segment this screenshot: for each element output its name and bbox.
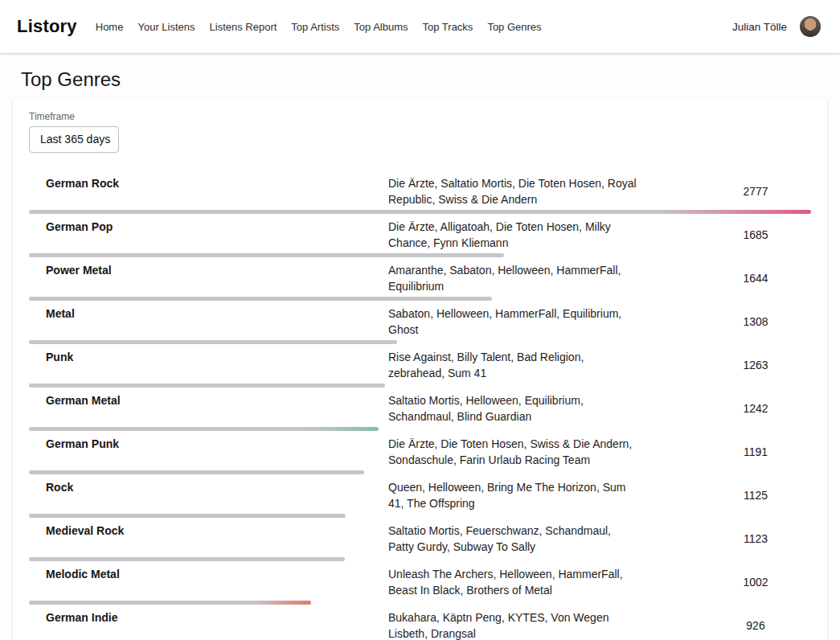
genre-name: German Punk bbox=[29, 436, 388, 452]
genre-row: Rock Queen, Helloween, Bring Me The Hori… bbox=[29, 474, 811, 518]
genre-row: German Indie Bukahara, Käptn Peng, KYTES… bbox=[29, 605, 811, 640]
genre-artists: Saltatio Mortis, Feuerschwanz, Schandmau… bbox=[388, 523, 700, 555]
genre-artists: Queen, Helloween, Bring Me The Horizon, … bbox=[388, 479, 700, 511]
genre-row: German Metal Saltatio Mortis, Helloween,… bbox=[29, 388, 811, 431]
timeframe-label: Timeframe bbox=[29, 111, 811, 123]
genre-row: German Rock Die Ärzte, Saltatio Mortis, … bbox=[29, 170, 811, 214]
genre-count: 1125 bbox=[700, 489, 811, 502]
app-logo[interactable]: Listory bbox=[17, 16, 77, 37]
genre-artists: Die Ärzte, Alligatoah, Die Toten Hosen, … bbox=[388, 219, 700, 251]
top-genres-card: Timeframe Last 365 days German Rock Die … bbox=[13, 98, 827, 640]
genre-count: 1002 bbox=[700, 576, 811, 589]
genre-count: 926 bbox=[700, 619, 811, 632]
genre-count: 1644 bbox=[700, 272, 811, 285]
timeframe-filter: Timeframe Last 365 days bbox=[29, 111, 811, 153]
genre-name: Metal bbox=[29, 306, 388, 322]
main-content: Top Genres Timeframe Last 365 days Germa… bbox=[0, 53, 840, 640]
nav-link-home[interactable]: Home bbox=[96, 21, 124, 33]
genre-artists: Saltatio Mortis, Helloween, Equilibrium,… bbox=[388, 392, 700, 425]
genre-artists: Die Ärzte, Saltatio Mortis, Die Toten Ho… bbox=[388, 175, 700, 207]
genre-count: 1242 bbox=[700, 402, 811, 415]
user-name: Julian Tölle bbox=[732, 21, 787, 33]
genre-name: Rock bbox=[29, 479, 388, 495]
genre-row: German Punk Die Ärzte, Die Toten Hosen, … bbox=[29, 431, 811, 474]
genre-name: German Indie bbox=[29, 609, 388, 626]
genre-count: 1191 bbox=[700, 445, 811, 458]
genre-row: German Pop Die Ärzte, Alligatoah, Die To… bbox=[29, 214, 811, 257]
genre-name: Medieval Rock bbox=[29, 523, 388, 539]
nav-link-listens-report[interactable]: Listens Report bbox=[210, 21, 277, 33]
genre-name: Melodic Metal bbox=[29, 566, 388, 582]
genre-name: Punk bbox=[29, 349, 388, 365]
genre-row: Punk Rise Against, Billy Talent, Bad Rel… bbox=[29, 344, 811, 388]
genre-row: Medieval Rock Saltatio Mortis, Feuerschw… bbox=[29, 518, 811, 561]
main-nav: HomeYour ListensListens ReportTop Artist… bbox=[96, 21, 732, 33]
genre-artists: Bukahara, Käptn Peng, KYTES, Von Wegen L… bbox=[388, 609, 700, 640]
genre-count: 1308 bbox=[700, 315, 811, 328]
genre-count: 1123 bbox=[700, 532, 811, 545]
genre-list: German Rock Die Ärzte, Saltatio Mortis, … bbox=[29, 170, 811, 640]
user-avatar[interactable] bbox=[800, 16, 821, 37]
genre-name: German Metal bbox=[29, 392, 388, 408]
nav-link-top-genres[interactable]: Top Genres bbox=[487, 21, 541, 33]
genre-artists: Sabaton, Helloween, HammerFall, Equilibr… bbox=[388, 306, 700, 338]
timeframe-select[interactable]: Last 365 days bbox=[29, 126, 119, 153]
genre-count: 1685 bbox=[700, 228, 811, 241]
genre-artists: Unleash The Archers, Helloween, HammerFa… bbox=[388, 566, 700, 598]
genre-artists: Amaranthe, Sabaton, Helloween, HammerFal… bbox=[388, 262, 700, 294]
genre-count: 1263 bbox=[700, 359, 811, 371]
genre-row: Metal Sabaton, Helloween, HammerFall, Eq… bbox=[29, 301, 811, 344]
genre-artists: Die Ärzte, Die Toten Hosen, Swiss & Die … bbox=[388, 436, 700, 468]
page-title: Top Genres bbox=[21, 68, 827, 92]
nav-link-top-albums[interactable]: Top Albums bbox=[354, 21, 408, 33]
genre-row: Melodic Metal Unleash The Archers, Hello… bbox=[29, 561, 811, 605]
genre-artists: Rise Against, Billy Talent, Bad Religion… bbox=[388, 349, 700, 381]
nav-link-top-artists[interactable]: Top Artists bbox=[291, 21, 339, 33]
genre-name: German Rock bbox=[29, 175, 388, 191]
nav-link-top-tracks[interactable]: Top Tracks bbox=[423, 21, 473, 33]
genre-count: 2777 bbox=[700, 185, 811, 198]
genre-row: Power Metal Amaranthe, Sabaton, Hellowee… bbox=[29, 257, 811, 301]
nav-link-your-listens[interactable]: Your Listens bbox=[137, 21, 195, 33]
user-area: Julian Tölle bbox=[732, 16, 821, 37]
app-bar: Listory HomeYour ListensListens ReportTo… bbox=[0, 0, 840, 53]
genre-name: German Pop bbox=[29, 219, 388, 235]
genre-name: Power Metal bbox=[29, 262, 388, 278]
